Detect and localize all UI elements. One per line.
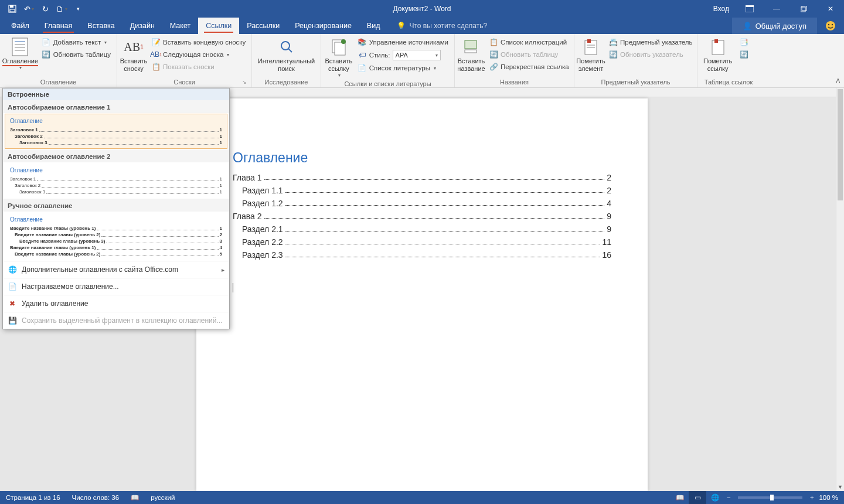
endnote-icon: 📝: [151, 38, 161, 47]
status-page[interactable]: Страница 1 из 16: [0, 494, 66, 501]
insert-caption-button[interactable]: Вставить название: [457, 35, 485, 74]
document-page[interactable]: Оглавление Глава 12Раздел 1.12Раздел 1.2…: [196, 98, 648, 491]
maximize-button[interactable]: [790, 0, 817, 18]
svg-rect-20: [465, 40, 477, 49]
zoom-slider[interactable]: [738, 496, 802, 499]
signin-button[interactable]: Вход: [706, 5, 736, 13]
toc-row: Раздел 1.12: [233, 186, 611, 195]
zoom-out-button[interactable]: −: [724, 494, 733, 501]
update-table-button[interactable]: 🔄Обновить таблицу: [39, 49, 113, 60]
vertical-scrollbar[interactable]: ▲ ▼: [836, 88, 844, 491]
zoom-level[interactable]: 100 %: [816, 494, 844, 501]
update-toa-button[interactable]: 🔄: [737, 49, 751, 60]
toc-gallery-dropdown: Встроенные Автособираемое оглавление 1 О…: [2, 88, 230, 329]
gallery-item-manual[interactable]: Оглавление Введите название главы (урове…: [5, 212, 227, 260]
toc-leader-dots: [285, 250, 600, 257]
next-footnote-button[interactable]: AB1Следующая сноска▾: [149, 49, 248, 60]
gallery-remove-toc[interactable]: ✖ Удалить оглавление: [3, 295, 229, 312]
gallery-preview-heading: Оглавление: [10, 118, 222, 124]
svg-point-19: [341, 39, 346, 44]
qat-customize-button[interactable]: ▾: [70, 1, 86, 16]
smart-lookup-button[interactable]: Интеллектуальный поиск: [254, 35, 318, 74]
person-icon: 👤: [743, 22, 752, 30]
dialog-launcher-icon[interactable]: ↘: [241, 79, 248, 86]
update-figure-table-button[interactable]: 🔄Обновить таблицу: [486, 49, 571, 60]
undo-button[interactable]: ↶▾: [21, 1, 36, 16]
insert-citation-button[interactable]: Вставить ссылку ▾: [324, 35, 354, 79]
gallery-preview-line: Введите название главы (уровень 1)1: [10, 225, 222, 231]
gallery-item-auto2[interactable]: Оглавление Заголовок 11Заголовок 21Загол…: [5, 163, 227, 198]
tab-home[interactable]: Главная: [37, 18, 80, 34]
gallery-more-office[interactable]: 🌐 Дополнительные оглавления с сайта Offi…: [3, 261, 229, 278]
close-button[interactable]: ✕: [817, 0, 844, 18]
style-combobox[interactable]: APA▾: [393, 50, 441, 60]
gallery-custom-toc[interactable]: 📄 Настраиваемое оглавление...: [3, 278, 229, 295]
toc-text: Раздел 2.2: [242, 237, 283, 247]
cross-reference-button[interactable]: 🔗Перекрестная ссылка: [486, 61, 571, 73]
add-text-button[interactable]: 📄Добавить текст▾: [39, 36, 113, 48]
manage-sources-icon: 📚: [358, 38, 367, 47]
mark-entry-button[interactable]: Пометить элемент: [577, 35, 605, 74]
toc-row: Глава 29: [233, 212, 611, 221]
ribbon-display-options[interactable]: [736, 0, 763, 18]
view-print-layout[interactable]: ▭: [689, 491, 706, 504]
tab-references[interactable]: Ссылки: [198, 18, 239, 34]
save-button[interactable]: [5, 1, 20, 16]
insert-toa-button[interactable]: 📑: [737, 36, 751, 48]
figure-list-button[interactable]: 📋Список иллюстраций: [486, 36, 571, 48]
ribbon: Оглавление ▾ 📄Добавить текст▾ 🔄Обновить …: [0, 34, 844, 88]
zoom-slider-thumb[interactable]: [770, 495, 774, 500]
group-label-toa: Таблица ссылок: [700, 77, 757, 87]
citation-style-select[interactable]: 🏷Стиль: APA▾: [355, 49, 451, 62]
scroll-thumb[interactable]: [838, 89, 843, 200]
feedback-smiley-icon[interactable]: [817, 18, 844, 34]
view-read-mode[interactable]: 📖: [671, 491, 689, 504]
show-notes-button[interactable]: 📋Показать сноски: [149, 61, 248, 73]
view-web-layout[interactable]: 🌐: [706, 491, 724, 504]
gallery-item-auto1[interactable]: Оглавление Заголовок 11Заголовок 21Загол…: [5, 114, 227, 149]
collapse-ribbon-button[interactable]: ᐱ: [836, 77, 840, 85]
manage-sources-button[interactable]: 📚Управление источниками: [355, 36, 451, 48]
underline-icon: [43, 32, 74, 33]
tell-me-search[interactable]: 💡 Что вы хотите сделать?: [387, 18, 487, 34]
toc-text: Раздел 2.1: [242, 224, 283, 234]
mark-citation-button[interactable]: Пометить ссылку: [700, 35, 736, 74]
toc-text: Глава 2: [233, 212, 262, 221]
update-index-button[interactable]: 🔄Обновить указатель: [606, 49, 695, 60]
share-button[interactable]: 👤 Общий доступ: [732, 18, 817, 34]
minimize-button[interactable]: —: [763, 0, 790, 18]
save-gallery-icon: 💾: [8, 316, 17, 325]
scroll-down-button[interactable]: ▼: [836, 483, 844, 491]
window-title: Документ2 - Word: [393, 5, 451, 13]
citation-icon: [329, 38, 348, 56]
bibliography-button[interactable]: 📄Список литературы▾: [355, 62, 451, 74]
status-word-count[interactable]: Число слов: 36: [66, 494, 125, 501]
insert-index-button[interactable]: 📇Предметный указатель: [606, 36, 695, 48]
show-notes-icon: 📋: [151, 62, 161, 71]
remove-icon: ✖: [8, 299, 17, 308]
svg-rect-23: [587, 39, 591, 43]
insert-endnote-button[interactable]: 📝Вставить концевую сноску: [149, 36, 248, 48]
tab-mailings[interactable]: Рассылки: [239, 18, 287, 34]
toc-dropdown-button[interactable]: Оглавление ▾: [2, 35, 38, 71]
toc-page-number: 9: [607, 224, 611, 234]
toc-row: Раздел 2.19: [233, 224, 611, 234]
new-doc-button[interactable]: 🗋▾: [54, 1, 69, 16]
tab-file[interactable]: Файл: [4, 18, 37, 34]
insert-footnote-button[interactable]: AB1 Вставить сноску: [120, 35, 148, 74]
toc-page-number: 9: [607, 212, 611, 221]
tab-insert[interactable]: Вставка: [80, 18, 122, 34]
toc-text: Глава 1: [233, 173, 262, 182]
chevron-down-icon: ▾: [434, 66, 436, 71]
zoom-in-button[interactable]: +: [807, 494, 816, 501]
tab-layout[interactable]: Макет: [162, 18, 198, 34]
tab-view[interactable]: Вид: [359, 18, 388, 34]
tab-design[interactable]: Дизайн: [122, 18, 162, 34]
chevron-down-icon: ▾: [227, 52, 229, 57]
redo-button[interactable]: ↻: [38, 1, 53, 16]
tab-review[interactable]: Рецензирование: [287, 18, 359, 34]
chevron-down-icon: ▾: [104, 40, 107, 45]
status-spell-icon[interactable]: 📖: [125, 493, 145, 502]
status-language[interactable]: русский: [145, 494, 181, 501]
update-icon: 🔄: [489, 50, 498, 59]
